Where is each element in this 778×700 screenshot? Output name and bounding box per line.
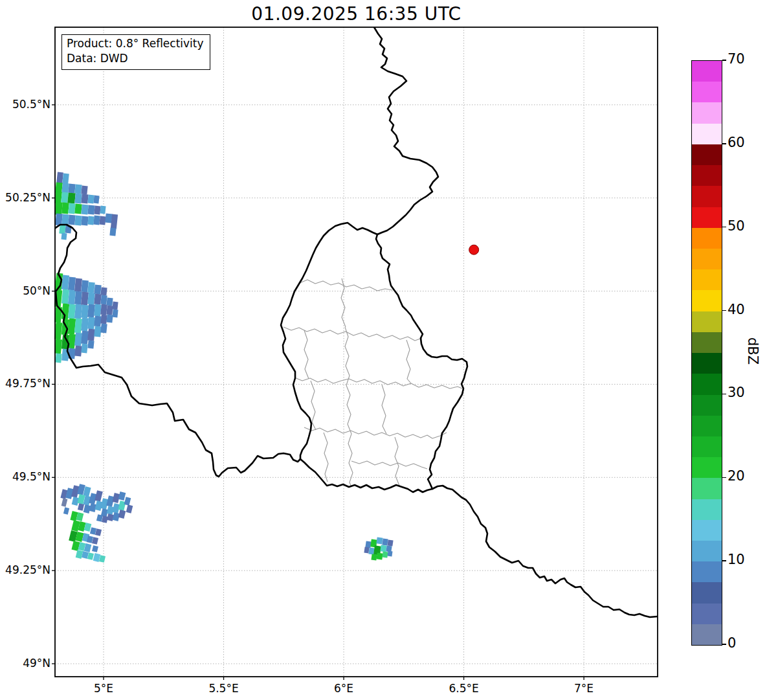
radar-echo-cell [61,498,68,506]
colorbar-band [692,186,722,207]
canton-border [382,385,386,434]
radar-echo-cell [94,285,101,295]
colorbar-tick-label: 10 [728,552,745,567]
radar-echo-cell [61,214,69,225]
lat-tick-label: 49°N [0,657,50,670]
radar-echo-cell [118,491,126,501]
colorbar-band [692,82,722,102]
colorbar-tick-mark [722,394,726,395]
colorbar-band [692,165,722,186]
colorbar-band [692,311,722,332]
radar-echo-cell [83,504,91,514]
canton-border [341,278,346,327]
lon-tick-label: 5°E [68,682,139,695]
radar-echo-cell [94,326,102,337]
radar-echo-cell [380,545,386,552]
radar-echo-cell [54,201,63,215]
colorbar-band [692,290,722,311]
radar-echo-cell [81,331,89,344]
radar-echo-cell [81,280,89,293]
radar-echo-cell [74,291,82,305]
canton-border [345,327,353,487]
colorbar-band [692,102,722,123]
colorbar-band [692,269,722,290]
colorbar-band [692,332,722,353]
lat-tick-label: 50°N [0,284,50,297]
colorbar-tick-mark [722,644,726,645]
radar-echo-cell [93,196,99,204]
radar-echo-cell [87,216,94,225]
belgium-france-border [54,225,300,477]
map-canvas [0,0,778,700]
radar-echo-cell [81,186,87,195]
radar-echo-cell [109,228,116,236]
canton-border [406,340,411,383]
radar-echo-cell [81,216,88,226]
radar-echo-cell [100,304,107,315]
lon-tick-label: 6°E [308,682,379,695]
radar-echo-cell [87,329,95,341]
radar-echo-cell [68,277,76,291]
radar-echo-cell [74,216,82,226]
axes-spine [55,27,658,677]
radar-echo-cell [68,184,75,194]
canton-border [324,433,328,482]
radar-echo-cell [100,206,106,214]
colorbar-axis-label: dBZ [745,325,761,377]
radar-echo-cell [112,302,118,310]
radar-echo-cell [364,547,369,554]
radar-echo-cell [87,293,95,305]
belgium-germany-border [374,27,438,234]
product-annotation: Product: 0.8° Reflectivity Data: DWD [61,34,210,70]
lat-tick-label: 49.75°N [0,377,50,390]
colorbar-band [692,541,722,561]
radar-echo-cell [382,551,388,558]
canton-border [351,461,427,469]
colorbar [691,60,722,646]
radar-echo-cell [106,315,113,323]
radar-echo-cell [94,294,102,305]
radar-echo-cell [100,295,107,305]
colorbar-tick-label: 0 [728,635,736,651]
canton-border [283,327,422,341]
radar-echo-cell [94,490,103,502]
radar-echo-cell [106,298,113,306]
radar-echo-cell [368,547,374,554]
colorbar-tick-label: 70 [728,51,745,67]
radar-site-marker [469,245,479,254]
radar-echo-cell [67,192,76,203]
radar-echo-cell [382,538,388,545]
colorbar-band [692,124,722,144]
radar-echo-cell [99,216,106,225]
colorbar-band [692,457,722,478]
lat-tick-label: 49.5°N [0,470,50,483]
radar-echo-cell [55,214,63,226]
radar-echo-cell [55,354,61,363]
radar-echo-cell [112,310,118,318]
colorbar-tick-label: 30 [728,385,745,400]
radar-echo-cell [68,203,76,214]
radar-echo-cell [61,183,69,194]
colorbar-band [692,416,722,436]
radar-echo-cell [92,545,98,552]
france-germany-border [432,486,658,617]
colorbar-band [692,604,722,624]
radar-echo-cell [78,503,84,511]
colorbar-band [692,249,722,269]
radar-echo-cell [94,316,102,327]
radar-echo-cell [63,507,69,514]
radar-echo-cell [106,306,113,315]
radar-echo-cell [74,278,82,292]
canton-border [395,437,399,486]
canton-border [295,378,462,389]
colorbar-tick-mark [722,143,726,144]
lon-tick-label: 5.5°E [188,682,260,695]
radar-echo-cell [61,233,67,240]
radar-echo-cell [387,539,393,546]
radar-echo-cell [59,225,65,234]
colorbar-band [692,561,722,582]
lon-tick-label: 6.5°E [428,682,500,695]
colorbar-tick-label: 40 [728,302,745,317]
radar-echo-cell [74,185,82,194]
colorbar-band [692,144,722,165]
